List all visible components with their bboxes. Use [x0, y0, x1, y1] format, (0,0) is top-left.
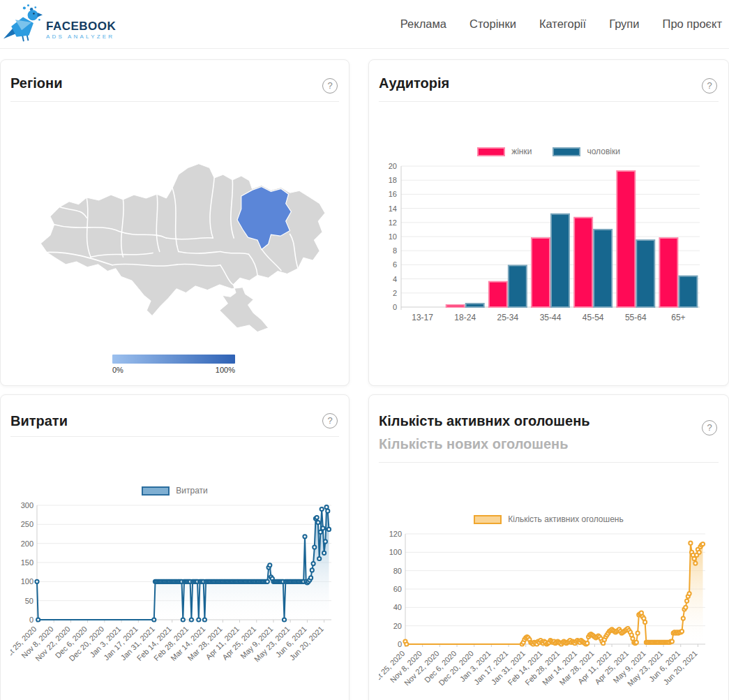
map-scale-gradient: [112, 355, 235, 364]
expenses-chart-legend: Витрати: [10, 486, 339, 496]
svg-text:13-17: 13-17: [412, 313, 433, 322]
active-ads-title: Кількість активних оголошень: [379, 413, 719, 429]
svg-text:0: 0: [393, 303, 397, 311]
active-ads-card: Кількість активних оголошень Кількість н…: [368, 394, 729, 700]
svg-text:40: 40: [393, 603, 402, 611]
expenses-card: Витрати ? Витрати 050100150200250300Oct …: [0, 394, 350, 700]
svg-text:0: 0: [29, 616, 33, 624]
legend-item[interactable]: чоловіки: [553, 147, 619, 156]
svg-text:100: 100: [389, 548, 402, 556]
audience-chart: 0246810121416182013-1718-2425-3435-4445-…: [379, 161, 719, 329]
legend-label: Кількість активних оголошень: [508, 514, 623, 524]
legend-label: чоловіки: [587, 147, 619, 156]
expenses-card-title: Витрати: [10, 413, 339, 429]
svg-text:8: 8: [393, 246, 397, 255]
svg-text:12: 12: [389, 218, 397, 227]
svg-text:250: 250: [21, 520, 33, 528]
nav-item-categories[interactable]: Категорії: [539, 17, 586, 31]
expenses-chart: 050100150200250300Oct 25, 2020Nov 8, 202…: [10, 500, 339, 683]
legend-swatch: [553, 147, 580, 156]
ads-help-icon[interactable]: ?: [702, 420, 717, 435]
svg-text:150: 150: [21, 558, 33, 567]
legend-swatch: [142, 486, 170, 496]
svg-text:14: 14: [389, 204, 397, 213]
scale-min-label: 0%: [112, 366, 123, 374]
legend-swatch: [477, 147, 505, 156]
ukraine-map[interactable]: [10, 135, 339, 348]
expenses-help-icon[interactable]: ?: [322, 413, 338, 429]
new-ads-title-toggle[interactable]: Кількість нових оголошень: [379, 436, 719, 452]
audience-card: Аудиторія ? жінкичоловіки 02468101214161…: [368, 59, 729, 386]
logo-text: FACEBOOK ADS ANALYZER: [46, 20, 116, 46]
audience-help-icon[interactable]: ?: [702, 78, 717, 94]
legend-item[interactable]: Витрати: [142, 486, 208, 496]
svg-text:35-44: 35-44: [540, 313, 562, 322]
svg-text:100: 100: [21, 577, 33, 586]
nav-item-ads[interactable]: Реклама: [400, 17, 446, 31]
svg-text:200: 200: [21, 539, 33, 548]
svg-text:2: 2: [393, 289, 397, 297]
bird-logo-icon: [3, 3, 43, 46]
svg-text:0: 0: [398, 640, 402, 648]
nav-item-about[interactable]: Про проєкт: [663, 17, 722, 31]
svg-text:120: 120: [389, 530, 402, 538]
map-scale-legend: 0% 100%: [112, 355, 235, 374]
logo-title: FACEBOOK: [46, 20, 116, 32]
nav-item-pages[interactable]: Сторінки: [469, 17, 516, 31]
svg-text:55-64: 55-64: [625, 313, 647, 322]
svg-text:45-54: 45-54: [583, 313, 604, 322]
logo-subtitle: ADS ANALYZER: [46, 34, 116, 40]
audience-card-title: Аудиторія: [379, 75, 719, 91]
regions-help-icon[interactable]: ?: [322, 78, 338, 94]
svg-text:10: 10: [389, 232, 397, 241]
scale-max-label: 100%: [216, 366, 235, 374]
ukraine-outline: [40, 164, 324, 332]
divider: [10, 436, 339, 437]
divider: [10, 101, 339, 102]
legend-item[interactable]: Кількість активних оголошень: [474, 514, 623, 524]
svg-text:6: 6: [393, 260, 397, 269]
app-header: FACEBOOK ADS ANALYZER Реклама Сторінки К…: [0, 0, 729, 49]
svg-text:20: 20: [389, 162, 397, 170]
ads-chart-legend: Кількість активних оголошень: [379, 514, 719, 524]
legend-item[interactable]: жінки: [477, 147, 532, 156]
divider: [379, 462, 719, 463]
main-nav: Реклама Сторінки Категорії Групи Про про…: [400, 17, 722, 31]
svg-text:4: 4: [393, 275, 397, 283]
audience-chart-legend: жінкичоловіки: [379, 147, 719, 156]
regions-card-title: Регіони: [10, 75, 339, 91]
regions-card: Регіони ?: [0, 59, 350, 386]
divider: [379, 101, 719, 102]
legend-swatch: [474, 515, 502, 524]
svg-text:80: 80: [393, 567, 402, 575]
svg-text:300: 300: [21, 501, 33, 509]
dashboard-grid: Регіони ?: [0, 49, 729, 700]
legend-label: Витрати: [176, 486, 208, 496]
svg-text:50: 50: [25, 597, 33, 605]
svg-text:60: 60: [393, 585, 402, 593]
app-logo[interactable]: FACEBOOK ADS ANALYZER: [3, 3, 116, 46]
legend-label: жінки: [511, 147, 532, 156]
svg-text:20: 20: [393, 622, 402, 630]
nav-item-groups[interactable]: Групи: [609, 17, 639, 31]
svg-text:18-24: 18-24: [454, 313, 476, 322]
svg-text:25-34: 25-34: [497, 313, 519, 322]
svg-text:18: 18: [389, 176, 397, 184]
svg-text:65+: 65+: [671, 313, 685, 322]
ads-chart: 020406080100120Oct 25, 2020Nov 8, 2020No…: [379, 528, 719, 700]
svg-text:16: 16: [389, 190, 397, 198]
